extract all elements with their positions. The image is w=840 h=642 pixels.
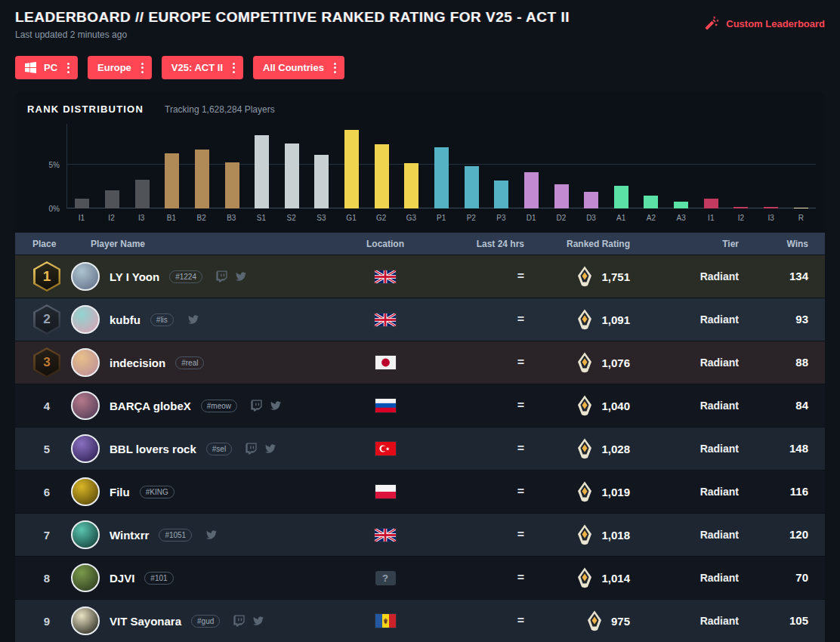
page-header: LEADERBOARD // EUROPE COMPETITIVE RANKED… [15, 0, 825, 40]
wins-cell: 148 [742, 442, 817, 455]
kebab-menu-icon[interactable] [332, 63, 336, 73]
ranked-rating-cell: 975 [532, 610, 639, 631]
tier-value: Radiant [700, 615, 739, 627]
tier-value: Radiant [700, 443, 739, 455]
ranked-rating-cell: 1,028 [532, 438, 639, 459]
table-row-rank-9[interactable]: 9VIT Sayonara#gud=975Radiant105 [15, 600, 825, 642]
chart-bar-column [127, 124, 157, 208]
twitter-icon[interactable] [235, 271, 247, 282]
social-links [205, 529, 218, 540]
ranked-rating-value: 1,018 [601, 529, 630, 542]
filter-europe-button[interactable]: Europe [88, 56, 152, 79]
place-cell: 6 [23, 486, 71, 498]
radiant-rank-icon [576, 481, 594, 502]
chart-bar-column [427, 124, 457, 208]
twitch-icon[interactable] [246, 443, 257, 455]
x-axis-tick-label: D1 [516, 214, 546, 222]
trend-equal-icon: = [517, 313, 524, 326]
table-row-rank-7[interactable]: 7Wintxrr#1051=1,018Radiant120 [15, 514, 825, 556]
location-cell [335, 442, 435, 455]
last-24hrs-cell: = [435, 356, 532, 369]
chart-bar-b3-5 [225, 162, 239, 208]
twitter-icon[interactable] [252, 616, 264, 626]
ranked-rating-value: 1,028 [601, 443, 630, 455]
place-badge-gold: 1 [33, 261, 60, 292]
trend-equal-icon: = [517, 528, 524, 541]
chart-bar-column [187, 124, 218, 208]
twitter-icon[interactable] [264, 443, 276, 454]
chart-bar-column [786, 124, 816, 208]
ranked-rating-cell: 1,018 [532, 524, 639, 545]
x-axis-tick-label: I3 [126, 214, 156, 222]
chart-bar-column [486, 124, 517, 208]
x-axis-tick-label: P3 [486, 214, 517, 222]
avatar [71, 348, 100, 377]
chart-bar-i2-1 [105, 190, 119, 208]
chart-bar-a1-18 [614, 186, 628, 208]
table-row-rank-5[interactable]: 5BBL lovers rock#sel=1,028Radiant148 [15, 427, 825, 470]
wins-value: 134 [789, 270, 808, 282]
table-row-rank-8[interactable]: 8DJVI#101?=1,014Radiant70 [15, 557, 825, 599]
chart-bar-column [217, 124, 247, 208]
x-axis-tick-label: S2 [276, 214, 307, 222]
twitter-icon[interactable] [205, 529, 218, 540]
table-row-rank-2[interactable]: 2kubfu#lis=1,091Radiant93 [15, 298, 825, 341]
chart-header: RANK DISTRIBUTION Tracking 1,628,284 Pla… [15, 92, 825, 116]
x-axis-tick-label: G2 [366, 214, 397, 222]
chart-bar-i1-21 [704, 199, 718, 208]
ranked-rating-cell: 1,091 [532, 309, 639, 330]
x-axis-tick-label: A3 [666, 214, 696, 222]
chart-bar-column [546, 124, 576, 208]
x-axis-tick-label: P1 [426, 214, 456, 222]
wins-cell: 70 [742, 571, 817, 585]
filter-label: V25: ACT II [171, 62, 223, 73]
kebab-menu-icon[interactable] [65, 63, 69, 73]
twitter-icon[interactable] [187, 314, 199, 325]
chart-bar-s3-8 [314, 155, 329, 208]
chart-bar-column [276, 124, 307, 208]
place-cell: 7 [23, 529, 71, 542]
kebab-menu-icon[interactable] [139, 63, 144, 73]
table-row-rank-4[interactable]: 4BARÇA globeX#meow=1,040Radiant84 [15, 384, 825, 427]
twitch-icon[interactable] [251, 400, 262, 412]
place-badge-number: 3 [36, 350, 59, 376]
location-cell [335, 529, 435, 542]
place-number: 9 [44, 615, 50, 628]
table-header: PlacePlayer NameLocationLast 24 hrsRanke… [15, 233, 825, 255]
table-row-rank-1[interactable]: 1LY I Yoon#1224=1,751Radiant134 [15, 255, 825, 298]
filter-v25-act-ii-button[interactable]: V25: ACT II [162, 56, 243, 79]
x-axis-tick-label: I1 [696, 214, 726, 222]
player-tag: #KING [140, 486, 174, 498]
tracking-count: Tracking 1,628,284 Players [165, 104, 275, 115]
leaderboard-panel: RANK DISTRIBUTION Tracking 1,628,284 Pla… [15, 92, 825, 642]
place-badge-number: 2 [36, 307, 59, 333]
chart-bars [67, 124, 816, 208]
filter-all-countries-button[interactable]: All Countries [253, 56, 344, 79]
rank-distribution-chart: 0%5%I1I2I3B1B2B3S1S2S3G1G2G3P1P2P3D1D2D3… [66, 124, 816, 230]
chart-bar-i1-0 [75, 199, 89, 208]
custom-leaderboard-label: Custom Leaderboard [726, 18, 825, 29]
place-cell: 3 [23, 347, 71, 378]
flag-turkey [375, 442, 396, 455]
kebab-menu-icon[interactable] [230, 63, 235, 73]
twitter-icon[interactable] [270, 400, 282, 411]
custom-leaderboard-link[interactable]: Custom Leaderboard [704, 16, 825, 31]
column-header-wins: Wins [742, 239, 817, 249]
twitch-icon[interactable] [216, 270, 227, 282]
wins-value: 93 [795, 313, 808, 326]
twitch-icon[interactable] [233, 615, 245, 627]
ranked-rating-value: 1,019 [601, 486, 630, 498]
wins-value: 105 [789, 614, 808, 627]
trend-equal-icon: = [517, 614, 524, 627]
filter-pc-button[interactable]: PC [15, 56, 78, 79]
table-row-rank-6[interactable]: 6Filu#KING=1,019Radiant116 [15, 471, 825, 513]
ranked-rating-value: 1,076 [601, 356, 630, 369]
tier-cell: Radiant [639, 571, 742, 585]
trend-equal-icon: = [517, 399, 524, 412]
chart-bar-column [756, 124, 786, 208]
table-row-rank-3[interactable]: 3indecision#real=1,076Radiant88 [15, 341, 825, 384]
x-axis-tick-label: B1 [156, 214, 187, 222]
radiant-rank-icon [576, 309, 594, 330]
chart-bar-column [97, 124, 128, 208]
player-cell: indecision#real [71, 348, 335, 377]
